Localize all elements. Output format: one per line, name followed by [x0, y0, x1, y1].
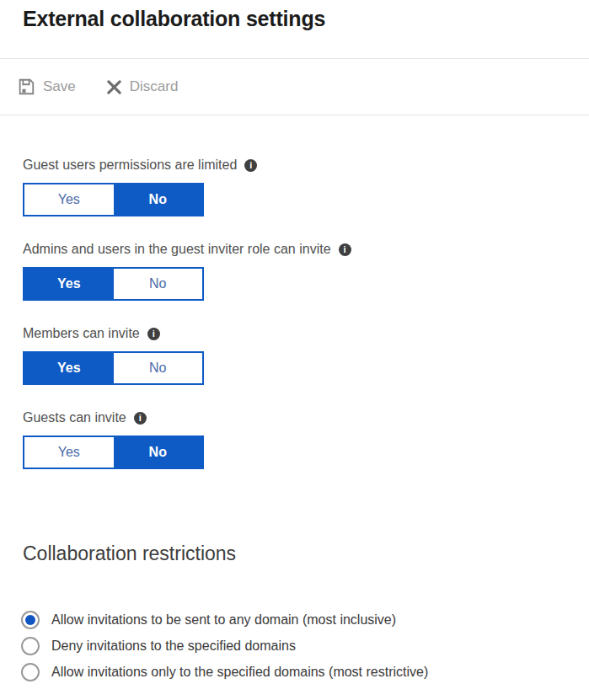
divider-toolbar-bottom — [0, 115, 589, 115]
toggle-option-yes[interactable]: Yes — [24, 353, 114, 383]
yes-no-toggle: Yes No — [23, 183, 204, 216]
setting-label: Guest users permissions are limited — [23, 158, 237, 173]
setting-label-row: Admins and users in the guest inviter ro… — [23, 241, 351, 258]
radio-button[interactable] — [21, 637, 40, 655]
collaboration-restrictions-radio-group: Allow invitations to be sent to any doma… — [21, 611, 428, 689]
radio-button[interactable] — [21, 663, 40, 681]
setting-label-row: Guests can invite i — [23, 409, 351, 426]
radio-label: Allow invitations only to the specified … — [51, 665, 428, 680]
info-icon[interactable]: i — [339, 243, 351, 256]
info-icon[interactable]: i — [147, 328, 160, 340]
external-collaboration-settings-page: External collaboration settings Save Dis… — [0, 0, 589, 700]
toggle-option-no[interactable]: No — [114, 437, 203, 468]
save-button-label: Save — [43, 78, 76, 95]
yes-no-toggle: Yes No — [23, 435, 204, 469]
radio-option-allow-only-specified-domains[interactable]: Allow invitations only to the specified … — [21, 663, 428, 681]
radio-button[interactable] — [21, 611, 40, 629]
yes-no-toggle: Yes No — [23, 267, 204, 301]
discard-button-label: Discard — [130, 78, 179, 95]
collaboration-restrictions-heading: Collaboration restrictions — [23, 542, 236, 565]
page-title: External collaboration settings — [23, 7, 325, 31]
setting-guest-permissions-limited: Guest users permissions are limited i Ye… — [23, 157, 351, 216]
toggle-option-no[interactable]: No — [114, 353, 203, 383]
info-icon[interactable]: i — [244, 159, 257, 172]
radio-label: Deny invitations to the specified domain… — [51, 639, 296, 654]
setting-label: Admins and users in the guest inviter ro… — [23, 242, 331, 257]
setting-label-row: Members can invite i — [23, 325, 351, 342]
radio-label: Allow invitations to be sent to any doma… — [51, 612, 396, 628]
setting-members-can-invite: Members can invite i Yes No — [23, 325, 351, 385]
discard-button[interactable]: Discard — [106, 78, 179, 95]
radio-option-allow-any-domain[interactable]: Allow invitations to be sent to any doma… — [21, 611, 428, 629]
toggle-option-yes[interactable]: Yes — [24, 437, 114, 468]
x-mark-icon — [106, 79, 122, 95]
floppy-disk-icon — [17, 77, 35, 96]
setting-label: Guests can invite — [23, 410, 126, 425]
setting-guests-can-invite: Guests can invite i Yes No — [23, 409, 351, 469]
setting-label-row: Guest users permissions are limited i — [23, 157, 351, 174]
settings-list: Guest users permissions are limited i Ye… — [23, 157, 351, 494]
info-icon[interactable]: i — [134, 412, 147, 425]
toggle-option-yes[interactable]: Yes — [24, 184, 114, 215]
toggle-option-no[interactable]: No — [114, 184, 203, 215]
toolbar: Save Discard — [0, 59, 589, 115]
setting-label: Members can invite — [23, 326, 140, 341]
yes-no-toggle: Yes No — [23, 351, 204, 385]
setting-admins-can-invite: Admins and users in the guest inviter ro… — [23, 241, 351, 301]
toggle-option-no[interactable]: No — [114, 269, 203, 299]
toggle-option-yes[interactable]: Yes — [24, 269, 114, 299]
radio-option-deny-specified-domains[interactable]: Deny invitations to the specified domain… — [21, 637, 428, 655]
save-button[interactable]: Save — [17, 77, 76, 96]
